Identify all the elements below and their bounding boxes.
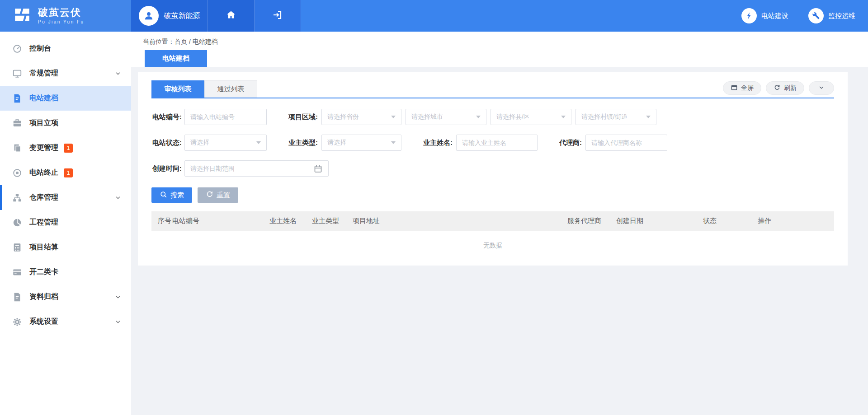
tab-审核列表[interactable]: 审核列表: [151, 80, 204, 98]
signin-nav[interactable]: [255, 0, 301, 32]
caret-down-icon: [561, 116, 566, 118]
input-请输入代理商名称[interactable]: [585, 135, 667, 151]
select-请选择[interactable]: 请选择: [321, 135, 401, 151]
sidebar-item-label: 系统设置: [29, 317, 58, 326]
chevron-down-icon: [115, 294, 121, 300]
select-请选择城市[interactable]: 请选择城市: [406, 109, 486, 125]
notification-badge: 1: [64, 144, 73, 153]
pages-icon: [12, 143, 23, 154]
tab-underline: [151, 98, 834, 98]
text-field[interactable]: [586, 135, 667, 150]
input-请输入业主姓名[interactable]: [456, 135, 538, 151]
pie-icon: [12, 217, 23, 228]
company-name: 破茧新能源: [164, 11, 200, 21]
wrench-icon: [808, 8, 824, 23]
sidebar-item-label: 变更管理: [29, 143, 58, 153]
sidebar-item-项目结算[interactable]: 项目结算: [0, 235, 131, 260]
field-label: 代理商:: [559, 139, 582, 147]
content-area: 审核列表通过列表 全屏刷新 电站编号:项目区域:请选择省份请选择城市请选择县/区…: [131, 67, 868, 266]
page-tab-active[interactable]: 电站建档: [145, 50, 207, 67]
fullscreen-label: 全屏: [741, 84, 754, 92]
caret-down-icon: [391, 141, 396, 144]
column-header-创建日期: 创建日期: [616, 217, 703, 225]
sidebar-item-变更管理[interactable]: 变更管理1: [0, 135, 131, 160]
chevron-down-icon: [115, 195, 121, 201]
caret-down-icon: [476, 116, 481, 118]
notification-badge: 1: [64, 168, 73, 177]
gauge-icon: [12, 43, 23, 54]
reset-button[interactable]: 重置: [198, 187, 238, 203]
select-placeholder: 请选择: [190, 139, 209, 147]
sidebar-item-控制台[interactable]: 控制台: [0, 36, 131, 61]
text-field[interactable]: [185, 109, 266, 125]
date-range-input[interactable]: [184, 160, 329, 177]
sidebar-item-项目立项[interactable]: 项目立项: [0, 111, 131, 135]
sidebar-item-资料归档[interactable]: 资料归档: [0, 284, 131, 309]
filter-form: 电站编号:项目区域:请选择省份请选择城市请选择县/区请选择村镇/街道电站状态:请…: [151, 109, 834, 177]
select-请选择省份[interactable]: 请选择省份: [321, 109, 401, 125]
field-label: 创建时间:: [151, 164, 182, 173]
sidebar-item-电站建档[interactable]: 电站建档: [0, 86, 131, 111]
column-header-业主类型: 业主类型: [312, 217, 353, 225]
sidebar-item-label: 仓库管理: [29, 193, 58, 202]
sidebar-item-仓库管理[interactable]: 仓库管理: [0, 185, 131, 210]
sidebar-item-label: 常规管理: [29, 69, 58, 78]
briefcase-icon: [12, 118, 23, 129]
sidebar-item-常规管理[interactable]: 常规管理: [0, 61, 131, 86]
breadcrumb: 当前位置：首页 / 电站建档: [131, 32, 868, 46]
sidebar-item-工程管理[interactable]: 工程管理: [0, 210, 131, 235]
brand-logo[interactable]: 破茧云伏 Po Jian Yun Fu: [0, 0, 131, 32]
column-header-电站编号: 电站编号: [172, 217, 269, 225]
results-table: 序号电站编号业主姓名业主类型项目地址服务代理商创建日期状态操作 无数据: [151, 211, 834, 266]
date-range-field[interactable]: [185, 161, 328, 176]
filter-row: 电站状态:请选择业主类型:请选择业主姓名:代理商:: [151, 135, 834, 151]
refresh-icon: [774, 84, 781, 93]
field-label: 电站状态:: [151, 139, 182, 147]
user-menu[interactable]: 破茧新能源: [131, 0, 208, 32]
header-action-电站建设[interactable]: 电站建设: [741, 8, 788, 23]
sidebar-item-label: 资料归档: [29, 292, 58, 302]
top-header: 破茧云伏 Po Jian Yun Fu 破茧新能源: [0, 0, 868, 32]
text-field[interactable]: [457, 135, 537, 150]
header-action-label: 监控运维: [828, 12, 855, 20]
calendar-icon: [313, 164, 323, 175]
header-action-label: 电站建设: [761, 12, 788, 20]
fullscreen-icon: [731, 84, 738, 93]
select-请选择[interactable]: 请选择: [184, 135, 267, 151]
sitemap-icon: [12, 192, 23, 203]
tab-通过列表[interactable]: 通过列表: [204, 80, 257, 98]
column-header-序号: 序号: [158, 217, 172, 225]
main-area: 当前位置：首页 / 电站建档 电站建档 审核列表通过列表 全屏刷新 电站编号:项…: [131, 32, 868, 415]
gear-icon: [12, 317, 23, 327]
select-placeholder: 请选择村镇/街道: [581, 113, 627, 121]
chevron-down-icon: [115, 70, 121, 77]
app-root: 破茧云伏 Po Jian Yun Fu 破茧新能源: [0, 0, 868, 415]
field-label: 项目区域:: [288, 113, 318, 121]
header-actions: 电站建设监控运维: [741, 0, 868, 32]
reset-button-label: 重置: [217, 191, 230, 200]
sidebar-item-系统设置[interactable]: 系统设置: [0, 309, 131, 334]
select-placeholder: 请选择城市: [411, 113, 443, 121]
column-header-操作: 操作: [758, 217, 834, 225]
search-button[interactable]: 搜索: [151, 187, 192, 203]
sidebar-item-电站终止[interactable]: 电站终止1: [0, 160, 131, 185]
input-请输入电站编号[interactable]: [184, 109, 267, 125]
sidebar-item-label: 电站终止: [29, 168, 58, 177]
panel-toolbar: 全屏刷新: [723, 81, 834, 95]
column-header-业主姓名: 业主姓名: [269, 217, 312, 225]
breadcrumb-path: 首页 / 电站建档: [175, 38, 218, 45]
field-label: 电站编号:: [151, 113, 182, 121]
fullscreen-button[interactable]: 全屏: [723, 81, 761, 95]
brand-text: 破茧云伏 Po Jian Yun Fu: [38, 7, 85, 24]
caret-down-icon: [391, 116, 396, 118]
brand-title: 破茧云伏: [38, 7, 85, 18]
select-请选择县/区[interactable]: 请选择县/区: [491, 109, 571, 125]
collapse-button[interactable]: [809, 81, 834, 95]
header-spacer: [301, 0, 741, 32]
sidebar-item-开二类卡[interactable]: 开二类卡: [0, 260, 131, 284]
header-action-监控运维[interactable]: 监控运维: [808, 8, 855, 23]
select-请选择村镇/街道[interactable]: 请选择村镇/街道: [576, 109, 656, 125]
panel-head: 审核列表通过列表 全屏刷新: [151, 80, 834, 98]
refresh-button[interactable]: 刷新: [766, 81, 804, 95]
home-nav[interactable]: [208, 0, 255, 32]
